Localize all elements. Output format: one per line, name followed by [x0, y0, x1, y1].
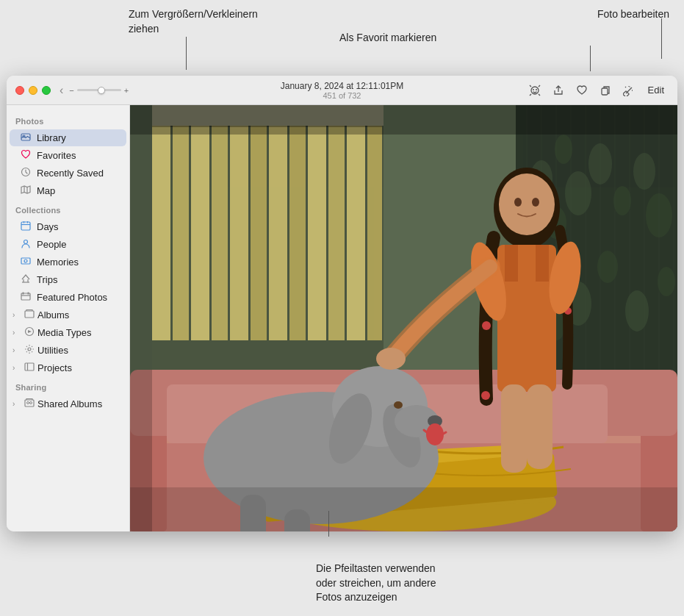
projects-icon	[24, 362, 35, 374]
trips-icon	[20, 273, 32, 286]
titlebar: ‹ − + January 8, 2024 at 12:11:01PM 451 …	[7, 76, 677, 105]
sidebar-item-projects[interactable]: › Projects	[10, 359, 126, 376]
sharing-section-label: Sharing	[7, 377, 129, 395]
sidebar-label-favorites: Favorites	[37, 150, 76, 161]
svg-rect-21	[28, 293, 29, 295]
sidebar-label-days: Days	[37, 221, 59, 232]
svg-point-92	[394, 401, 403, 409]
projects-chevron-icon: ›	[12, 364, 21, 372]
slider-thumb[interactable]	[98, 87, 105, 94]
slider-track[interactable]	[77, 89, 121, 91]
svg-rect-42	[347, 105, 365, 340]
sidebar-label-trips: Trips	[37, 274, 57, 285]
svg-marker-24	[28, 330, 32, 333]
albums-chevron-icon: ›	[12, 311, 21, 319]
share-icon[interactable]	[550, 82, 567, 99]
traffic-lights	[7, 86, 51, 95]
svg-rect-35	[212, 105, 228, 340]
svg-rect-40	[308, 105, 326, 340]
sidebar-label-utilities: Utilities	[37, 345, 68, 356]
sidebar-label-media-types: Media Types	[37, 327, 91, 338]
svg-rect-26	[25, 363, 34, 370]
utilities-icon	[24, 344, 35, 357]
svg-rect-38	[269, 105, 287, 340]
svg-rect-33	[173, 105, 189, 340]
sidebar-label-albums: Albums	[37, 309, 69, 320]
titlebar-center: January 8, 2024 at 12:11:01PM 451 of 732	[281, 81, 403, 100]
maximize-button[interactable]	[42, 86, 51, 95]
svg-point-69	[597, 251, 618, 283]
sidebar-item-people[interactable]: People	[10, 236, 126, 253]
days-icon	[20, 221, 32, 233]
svg-rect-16	[21, 258, 30, 264]
svg-point-2	[536, 89, 537, 90]
svg-rect-32	[152, 105, 170, 340]
sidebar-item-favorites[interactable]: Favorites	[10, 147, 126, 164]
face-detect-icon[interactable]	[526, 82, 544, 99]
sidebar-item-days[interactable]: Days	[10, 218, 126, 235]
sidebar-label-recently-saved: Recently Saved	[37, 168, 104, 179]
sidebar-item-shared-albums[interactable]: › Shared Albums	[10, 395, 126, 412]
svg-point-59	[555, 135, 572, 164]
sidebar-label-featured-photos: Featured Photos	[37, 292, 107, 303]
navigate-tooltip: Die Pfeiltasten verwenden oder streichen…	[316, 562, 436, 605]
featured-photos-icon	[20, 291, 32, 304]
photo-area	[130, 105, 677, 531]
favorites-icon	[20, 149, 32, 162]
svg-rect-36	[230, 105, 248, 340]
collections-section-label: Collections	[7, 200, 129, 218]
sidebar-item-trips[interactable]: Trips	[10, 271, 126, 288]
close-button[interactable]	[15, 86, 24, 95]
albums-icon	[24, 309, 35, 321]
edit-tooltip: Foto bearbeiten	[597, 7, 669, 22]
sidebar-item-featured-photos[interactable]: Featured Photos	[10, 289, 126, 306]
sidebar-item-memories[interactable]: Memories	[10, 254, 126, 271]
svg-point-29	[27, 402, 29, 404]
sidebar-label-people: People	[37, 239, 66, 250]
edit-button[interactable]: Edit	[644, 83, 669, 97]
favorite-icon[interactable]	[573, 82, 591, 99]
svg-point-63	[613, 186, 631, 215]
favorite-tooltip: Als Favorit markieren	[339, 31, 436, 46]
svg-point-71	[658, 267, 675, 296]
sidebar-label-shared-albums: Shared Albums	[37, 398, 102, 409]
minimize-button[interactable]	[29, 86, 37, 95]
sidebar-item-library[interactable]: Library	[10, 129, 126, 146]
media-types-chevron-icon: ›	[12, 329, 21, 337]
svg-point-70	[625, 290, 649, 332]
svg-point-15	[24, 240, 28, 244]
svg-rect-110	[501, 384, 527, 473]
svg-point-102	[514, 198, 522, 207]
sidebar-item-albums[interactable]: › Albums	[10, 307, 126, 323]
svg-point-25	[28, 348, 31, 351]
svg-point-1	[533, 89, 534, 90]
svg-point-64	[633, 153, 655, 190]
svg-point-109	[376, 348, 406, 370]
svg-rect-39	[289, 105, 306, 340]
zoom-slider[interactable]: − +	[69, 86, 129, 95]
svg-rect-3	[602, 88, 608, 95]
svg-rect-20	[23, 293, 24, 295]
zoom-plus-icon: +	[124, 86, 129, 95]
back-button[interactable]: ‹	[60, 84, 63, 97]
svg-rect-114	[130, 105, 677, 135]
svg-point-65	[646, 193, 672, 237]
svg-point-91	[426, 423, 444, 445]
sidebar-item-recently-saved[interactable]: Recently Saved	[10, 165, 126, 182]
sidebar-item-utilities[interactable]: › Utilities	[10, 342, 126, 359]
photos-section-label: Photos	[7, 111, 129, 129]
adjust-icon[interactable]	[620, 82, 638, 99]
svg-point-103	[532, 198, 539, 207]
sidebar-label-projects: Projects	[37, 362, 72, 373]
photo-date: January 8, 2024 at 12:11:01PM	[281, 81, 403, 91]
sidebar-item-map[interactable]: Map	[10, 182, 126, 199]
recently-saved-icon	[20, 167, 32, 179]
zoom-tooltip: Zum Vergrößern/Verkleinern ziehen	[129, 7, 258, 36]
photo-count: 451 of 732	[281, 91, 403, 100]
svg-rect-106	[536, 245, 549, 282]
svg-rect-41	[328, 105, 345, 340]
sidebar-item-media-types[interactable]: › Media Types	[10, 324, 126, 341]
svg-point-17	[24, 259, 27, 262]
utilities-chevron-icon: ›	[12, 346, 21, 354]
duplicate-icon[interactable]	[597, 82, 614, 99]
